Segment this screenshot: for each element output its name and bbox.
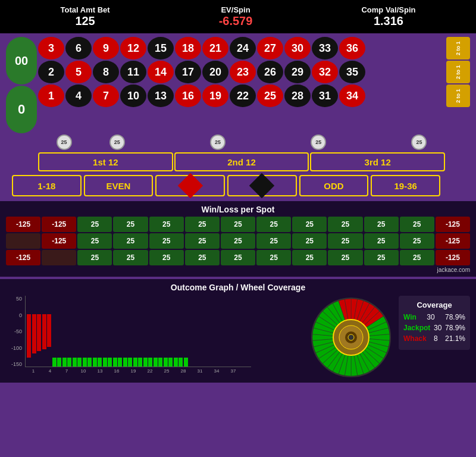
total-amt-bet-label: Total Amt Bet [61,5,110,14]
wl-cell-2-6: 25 [221,250,255,265]
bottom-bets-row: 1-18 EVEN ODD 19-36 [6,175,470,196]
table-main: 00 0 3 6 9 12 15 18 21 24 27 30 33 [6,37,470,133]
cell-24[interactable]: 24 [230,37,256,60]
cell-21[interactable]: 21 [202,37,228,60]
bar-18 [118,358,122,367]
wl-cell-2-9: 25 [328,250,362,265]
cell-7[interactable]: 7 [93,84,119,107]
x-label-10: 10 [75,368,92,374]
ev-spin-value: -6.579 [219,14,253,28]
cell-14[interactable]: 14 [148,61,174,83]
cell-6[interactable]: 6 [65,37,92,60]
payout-mid[interactable]: 2 to 1 [446,61,470,83]
wheel-svg [309,296,393,379]
x-label-1: 1 [25,368,42,374]
bar-26 [158,358,162,367]
cell-0[interactable]: 0 [6,86,37,133]
cell-19[interactable]: 19 [202,84,228,107]
wl-cell-1-7: 25 [256,233,291,249]
coverage-row-win: Win 30 78.9% [403,313,465,321]
graph-content: 50 0 -50 -100 -150 147101316192225283134… [6,296,470,379]
x-labels: 14710131619222528313437 [6,368,303,374]
cell-35[interactable]: 35 [339,61,365,83]
cell-1[interactable]: 1 [38,84,64,107]
coverage-jackpot-count: 30 [434,324,441,332]
coverage-whack-pct: 21.1% [445,334,465,343]
cell-26[interactable]: 26 [257,61,283,83]
cell-27[interactable]: 27 [257,37,283,60]
cell-17[interactable]: 17 [175,61,201,83]
cell-15[interactable]: 15 [148,37,174,60]
cell-18[interactable]: 18 [175,37,201,60]
bet-red[interactable] [155,175,225,196]
cell-12[interactable]: 12 [120,37,146,60]
cell-34[interactable]: 34 [339,84,365,107]
cell-25[interactable]: 25 [257,84,283,107]
wl-cell-0-2: 25 [77,217,112,232]
bet-even[interactable]: EVEN [84,175,154,196]
x-label-4: 4 [42,368,58,374]
cell-30[interactable]: 30 [284,37,311,60]
number-row-bot: 1 4 7 10 13 16 19 22 25 28 31 34 [38,84,445,107]
bar-30 [178,358,183,367]
cell-16[interactable]: 16 [175,84,201,107]
bar-19 [123,358,127,367]
cell-28[interactable]: 28 [284,84,311,107]
winloss-grid: -125-12525252525252525252525-125-1252525… [6,217,470,265]
wl-cell-2-7: 25 [256,250,291,265]
x-label-7: 7 [58,368,75,374]
cell-36[interactable]: 36 [339,37,365,60]
wl-cell-1-8: 25 [292,233,327,249]
dozen-3rd[interactable]: 3rd 12 [310,152,445,171]
roulette-table: 00 0 3 6 9 12 15 18 21 24 27 30 33 [6,37,470,196]
comp-val-spin-col: Comp Val/Spin 1.316 [361,5,415,28]
bar-29 [174,358,178,367]
chip-slot-3: 25 [192,134,243,150]
zeros-column: 00 0 [6,37,37,133]
cell-13[interactable]: 13 [148,84,174,107]
y-label-0: 0 [6,312,22,318]
cell-33[interactable]: 33 [312,37,338,60]
x-label-31: 31 [192,368,208,374]
chip-1: 25 [57,134,72,150]
cell-31[interactable]: 31 [312,84,338,107]
cell-20[interactable]: 20 [202,61,228,83]
cell-22[interactable]: 22 [230,84,256,107]
cell-11[interactable]: 11 [120,61,146,83]
cell-8[interactable]: 8 [93,61,119,83]
bet-1-18[interactable]: 1-18 [12,175,82,196]
graph-section: Outcome Graph / Wheel Coverage 50 0 -50 … [0,279,476,383]
bar-16 [108,358,112,367]
wl-cell-0-7: 25 [256,217,291,232]
wl-cell-1-5: 25 [185,233,220,249]
bar-27 [164,358,168,367]
bet-black[interactable] [227,175,297,196]
cell-5[interactable]: 5 [65,61,92,83]
cell-9[interactable]: 9 [93,37,119,60]
payout-top[interactable]: 2 to 1 [446,37,470,60]
dozen-1st[interactable]: 1st 12 [38,152,173,171]
chip-2: 25 [109,134,125,150]
svg-point-4 [348,334,354,340]
dozen-2nd[interactable]: 2nd 12 [174,152,309,171]
bar-23 [143,358,148,367]
wl-row-0: -125-12525252525252525252525-125 [6,217,470,232]
bet-odd[interactable]: ODD [299,175,369,196]
cell-00[interactable]: 00 [6,37,37,84]
bar-13 [93,358,97,367]
bar-11 [83,358,87,367]
wl-cell-0-10: 25 [364,217,399,232]
cell-32[interactable]: 32 [312,61,338,83]
cell-29[interactable]: 29 [284,61,311,83]
cell-3[interactable]: 3 [38,37,64,60]
cell-23[interactable]: 23 [230,61,256,83]
payout-bot[interactable]: 2 to 1 [446,84,470,107]
coverage-whack-count: 8 [434,334,438,343]
cell-10[interactable]: 10 [120,84,146,107]
bet-19-36[interactable]: 19-36 [371,175,440,196]
cell-2[interactable]: 2 [38,61,64,83]
coverage-win-pct: 78.9% [445,313,465,321]
cell-4[interactable]: 4 [65,84,92,107]
coverage-row-jackpot: Jackpot 30 78.9% [403,324,465,332]
number-row-mid: 2 5 8 11 14 17 20 23 26 29 32 35 [38,61,445,83]
